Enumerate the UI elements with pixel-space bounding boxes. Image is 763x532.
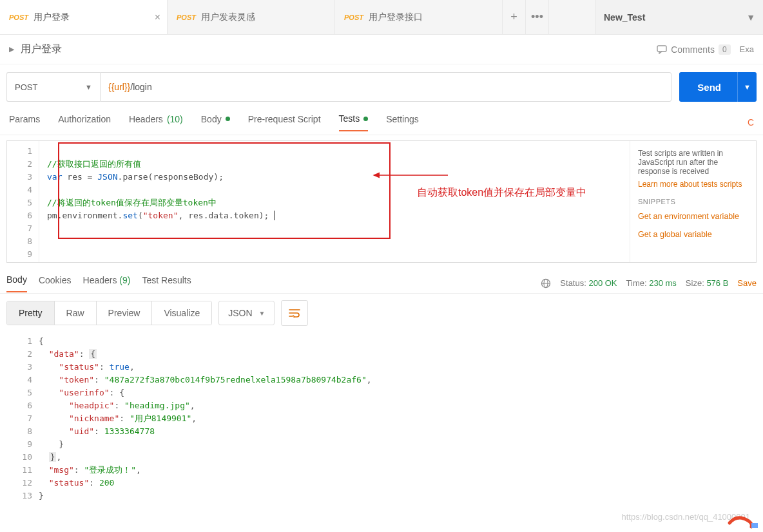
resp-tab-cookies[interactable]: Cookies	[39, 275, 72, 292]
add-tab-button[interactable]: +	[503, 0, 526, 34]
headers-count: (10)	[167, 114, 183, 124]
breadcrumb-row: ▶ 用户登录 Comments 0 Exa	[0, 35, 763, 64]
chevron-right-icon[interactable]: ▶	[9, 45, 14, 53]
page-title: 用户登录	[21, 43, 62, 56]
tab-user-login[interactable]: POST 用户登录 ×	[0, 0, 168, 34]
svg-rect-5	[751, 523, 758, 528]
send-button[interactable]: Send	[679, 72, 739, 102]
url-input[interactable]: {{url}}/login	[100, 72, 671, 102]
size-label: Size:	[686, 278, 704, 288]
response-body-viewer: 12345678910111213 { "data": { "status": …	[0, 332, 763, 505]
comments-button[interactable]: Comments 0	[657, 44, 730, 55]
view-visualize-button[interactable]: Visualize	[152, 301, 211, 325]
url-variable: {{url}}	[108, 82, 130, 92]
tab-label: 用户登录	[34, 12, 70, 23]
tests-editor: 123456789 //获取接口返回的所有值 var res = JSON.pa…	[6, 140, 757, 263]
globe-icon[interactable]	[541, 278, 551, 289]
http-method-badge: POST	[344, 14, 363, 21]
response-tabs: Body Cookies Headers (9) Test Results St…	[0, 267, 763, 294]
resp-headers-count: (9)	[119, 275, 130, 285]
tab-label: 用户发表灵感	[201, 12, 255, 23]
resp-tab-testresults[interactable]: Test Results	[142, 275, 191, 292]
view-mode-segment: Pretty Raw Preview Visualize	[6, 301, 212, 325]
response-toolbar: Pretty Raw Preview Visualize JSON ▼	[0, 294, 763, 332]
http-method-badge: POST	[177, 14, 196, 21]
view-raw-button[interactable]: Raw	[55, 301, 97, 325]
comment-icon	[657, 45, 667, 54]
cookies-link[interactable]: C	[748, 117, 754, 128]
size-value: 576 B	[706, 278, 728, 288]
send-dropdown-button[interactable]: ▼	[737, 72, 757, 102]
method-value: POST	[15, 82, 37, 92]
save-response-button[interactable]: Save	[737, 278, 757, 288]
tab-actions: + •••	[503, 0, 549, 34]
more-tabs-button[interactable]: •••	[526, 0, 549, 34]
response-gutter: 12345678910111213	[6, 332, 39, 505]
tab-tests[interactable]: Tests	[339, 113, 369, 131]
snippets-heading: SNIPPETS	[638, 198, 748, 205]
examples-link[interactable]: Exa	[740, 44, 754, 54]
tab-authorization[interactable]: Authorization	[58, 114, 111, 131]
tab-user-login-api[interactable]: POST 用户登录接口	[335, 0, 503, 34]
chevron-down-icon: ▼	[85, 83, 92, 91]
comments-label: Comments	[671, 44, 715, 55]
learn-more-link[interactable]: Learn more about tests scripts	[638, 180, 748, 189]
modified-indicator-icon	[226, 117, 230, 121]
snippet-get-global-var[interactable]: Get a global variable	[638, 230, 748, 239]
environment-name: New_Test	[604, 12, 645, 23]
tab-settings[interactable]: Settings	[386, 114, 419, 131]
snippet-get-env-var[interactable]: Get an environment variable	[638, 212, 748, 221]
status-value: 200 OK	[588, 278, 617, 288]
snippets-panel: Test scripts are written in JavaScript r…	[630, 141, 756, 262]
format-value: JSON	[228, 308, 252, 318]
line-gutter: 123456789	[7, 141, 39, 262]
request-bar: POST ▼ {{url}}/login Send ▼	[0, 64, 763, 109]
chevron-down-icon: ▼	[746, 12, 755, 23]
tab-params[interactable]: Params	[9, 114, 40, 131]
http-method-badge: POST	[9, 14, 28, 21]
tab-label: 用户登录接口	[369, 12, 423, 23]
view-preview-button[interactable]: Preview	[97, 301, 153, 325]
environment-selector[interactable]: New_Test ▼	[595, 0, 763, 34]
view-pretty-button[interactable]: Pretty	[7, 301, 55, 325]
code-area[interactable]: //获取接口返回的所有值 var res = JSON.parse(respon…	[39, 141, 630, 262]
resp-tab-headers[interactable]: Headers (9)	[83, 275, 131, 292]
time-label: Time:	[626, 278, 647, 288]
modified-indicator-icon	[363, 117, 368, 121]
snippets-description: Test scripts are written in JavaScript r…	[638, 149, 748, 176]
close-icon[interactable]: ×	[155, 12, 160, 23]
tab-prerequest[interactable]: Pre-request Script	[248, 114, 321, 131]
request-subtabs: Params Authorization Headers (10) Body P…	[0, 109, 763, 135]
chevron-down-icon: ▼	[259, 310, 266, 317]
tab-headers[interactable]: Headers (10)	[129, 114, 183, 131]
resp-tab-body[interactable]: Body	[6, 274, 27, 292]
time-value: 230 ms	[649, 278, 677, 288]
url-path: /login	[130, 82, 151, 92]
request-tabs: POST 用户登录 × POST 用户发表灵感 POST 用户登录接口 + ••…	[0, 0, 763, 35]
format-selector[interactable]: JSON ▼	[218, 301, 275, 325]
status-label: Status:	[560, 278, 586, 288]
tab-user-post[interactable]: POST 用户发表灵感	[168, 0, 335, 34]
floating-widget-icon[interactable]	[726, 511, 758, 531]
method-selector[interactable]: POST ▼	[6, 72, 100, 102]
svg-rect-0	[657, 46, 666, 52]
tab-body[interactable]: Body	[201, 114, 230, 131]
comments-count: 0	[719, 44, 731, 55]
response-code[interactable]: { "data": { "status": true, "token": "48…	[39, 332, 757, 505]
annotation-text: 自动获取token值并保存在局部变量中	[417, 186, 586, 199]
wrap-lines-button[interactable]	[281, 300, 308, 326]
